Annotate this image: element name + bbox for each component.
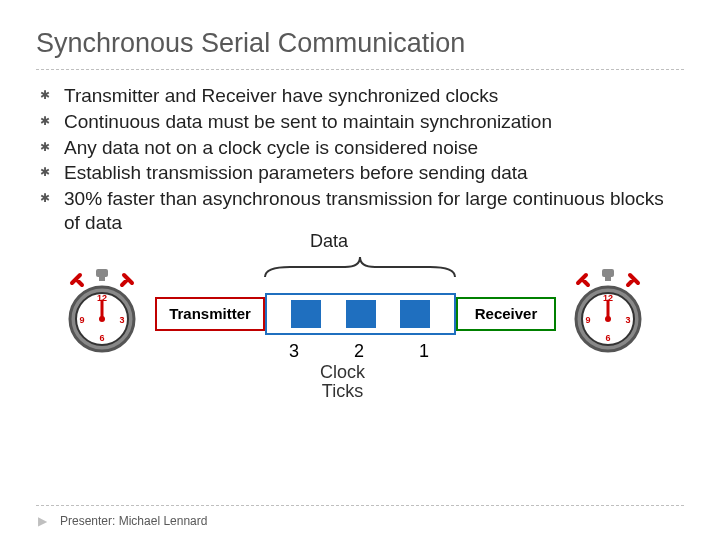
stopwatch-icon: 12 3 6 9 bbox=[570, 269, 646, 359]
tick-value: 2 bbox=[344, 341, 374, 362]
footer-arrow-icon: ▶ bbox=[38, 514, 47, 528]
data-channel bbox=[265, 293, 456, 335]
svg-point-19 bbox=[605, 316, 611, 322]
svg-text:3: 3 bbox=[625, 315, 630, 325]
presenter-footer: Presenter: Michael Lennard bbox=[60, 514, 207, 528]
tick-value: 3 bbox=[279, 341, 309, 362]
data-label: Data bbox=[310, 231, 348, 252]
svg-text:9: 9 bbox=[585, 315, 590, 325]
svg-text:9: 9 bbox=[79, 315, 84, 325]
svg-rect-1 bbox=[99, 275, 105, 281]
stopwatch-icon: 12 3 6 9 bbox=[64, 269, 140, 359]
tick-value: 1 bbox=[409, 341, 439, 362]
svg-point-9 bbox=[99, 316, 105, 322]
bullet-item: Transmitter and Receiver have synchroniz… bbox=[36, 84, 684, 108]
data-block bbox=[291, 300, 321, 328]
svg-text:3: 3 bbox=[119, 315, 124, 325]
tick-numbers: 3 2 1 bbox=[279, 341, 439, 362]
data-block bbox=[400, 300, 430, 328]
transmitter-box: Transmitter bbox=[155, 297, 265, 331]
title-divider bbox=[36, 69, 684, 70]
bullet-item: Establish transmission parameters before… bbox=[36, 161, 684, 185]
svg-text:6: 6 bbox=[605, 333, 610, 343]
bullet-list: Transmitter and Receiver have synchroniz… bbox=[0, 84, 720, 235]
receiver-box: Receiver bbox=[456, 297, 556, 331]
data-block bbox=[346, 300, 376, 328]
bullet-item: 30% faster than asynchronous transmissio… bbox=[36, 187, 684, 235]
diagram: Data 12 3 6 9 12 bbox=[0, 239, 720, 429]
bullet-item: Continuous data must be sent to maintain… bbox=[36, 110, 684, 134]
brace-icon bbox=[260, 253, 460, 279]
bullet-item: Any data not on a clock cycle is conside… bbox=[36, 136, 684, 160]
footer-divider bbox=[36, 505, 684, 506]
svg-rect-11 bbox=[605, 275, 611, 281]
clock-ticks-label: Clock Ticks bbox=[320, 363, 365, 403]
slide-title: Synchronous Serial Communication bbox=[0, 0, 720, 65]
svg-text:6: 6 bbox=[99, 333, 104, 343]
